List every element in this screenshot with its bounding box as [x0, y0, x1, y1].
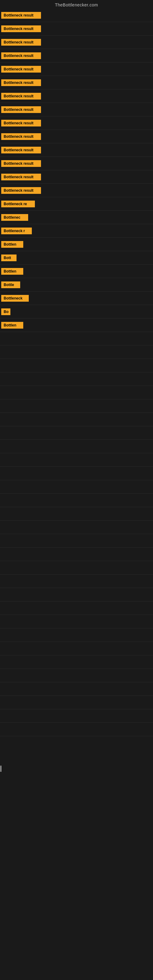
empty-row	[0, 615, 153, 628]
bottleneck-result-bar[interactable]: Bottleneck result	[1, 147, 41, 153]
list-item: Bo	[0, 305, 153, 318]
page-container: TheBottlenecker.com Bottleneck resultBot…	[0, 0, 153, 736]
bottleneck-result-bar[interactable]: Bott	[1, 255, 16, 261]
list-item: Bottlenec	[0, 211, 153, 224]
empty-row	[0, 520, 153, 534]
empty-row	[0, 359, 153, 372]
bottleneck-result-bar[interactable]: Bottleneck result	[1, 106, 41, 113]
bottleneck-result-bar[interactable]: Bottleneck result	[1, 25, 41, 32]
empty-row	[0, 453, 153, 467]
bottleneck-result-bar[interactable]: Bottleneck result	[1, 120, 41, 126]
list-item: Bottleneck r	[0, 224, 153, 238]
empty-row	[0, 507, 153, 520]
bottleneck-result-bar[interactable]: Bottleneck result	[1, 12, 41, 19]
bottleneck-result-bar[interactable]: Bottleneck result	[1, 133, 41, 140]
list-item: Bottleneck result	[0, 143, 153, 157]
empty-row	[0, 561, 153, 574]
bottleneck-result-bar[interactable]: Bottlen	[1, 322, 23, 329]
empty-row	[0, 628, 153, 642]
cursor-line	[1, 766, 1, 772]
bottleneck-result-bar[interactable]: Bo	[1, 309, 10, 315]
list-item: Bottleneck result	[0, 9, 153, 22]
empty-row	[0, 345, 153, 359]
list-item: Bottleneck result	[0, 157, 153, 170]
list-item: Bott	[0, 251, 153, 265]
list-item: Bottleneck result	[0, 49, 153, 62]
empty-row	[0, 467, 153, 480]
list-item: Bottleneck result	[0, 62, 153, 76]
empty-row	[0, 588, 153, 601]
empty-row	[0, 413, 153, 426]
bottleneck-result-bar[interactable]: Bottle	[1, 282, 20, 288]
empty-row	[0, 372, 153, 386]
bottleneck-result-bar[interactable]: Bottleneck r	[1, 228, 32, 234]
bottleneck-result-bar[interactable]: Bottlen	[1, 268, 23, 275]
empty-row	[0, 682, 153, 696]
list-item: Bottleneck	[0, 291, 153, 305]
list-item: Bottleneck result	[0, 35, 153, 49]
rows-container: Bottleneck resultBottleneck resultBottle…	[0, 9, 153, 736]
list-item: Bottleneck result	[0, 103, 153, 116]
empty-row	[0, 669, 153, 682]
empty-row	[0, 723, 153, 736]
bottleneck-result-bar[interactable]: Bottleneck result	[1, 93, 41, 100]
list-item: Bottleneck result	[0, 130, 153, 143]
empty-row	[0, 547, 153, 561]
list-item: Bottlen	[0, 238, 153, 251]
empty-row	[0, 642, 153, 655]
empty-row	[0, 574, 153, 588]
list-item: Bottleneck result	[0, 184, 153, 197]
empty-row	[0, 601, 153, 615]
empty-row	[0, 696, 153, 709]
list-item: Bottlen	[0, 318, 153, 332]
empty-row	[0, 426, 153, 440]
empty-row	[0, 709, 153, 723]
bottleneck-result-bar[interactable]: Bottleneck result	[1, 173, 41, 180]
bottleneck-result-bar[interactable]: Bottleneck	[1, 295, 29, 302]
bottleneck-result-bar[interactable]: Bottleneck result	[1, 52, 41, 59]
bottleneck-result-bar[interactable]: Bottleneck result	[1, 66, 41, 73]
list-item: Bottle	[0, 278, 153, 291]
bottleneck-result-bar[interactable]: Bottlen	[1, 241, 23, 248]
empty-row	[0, 386, 153, 399]
empty-row	[0, 332, 153, 345]
bottleneck-result-bar[interactable]: Bottleneck result	[1, 79, 41, 86]
empty-row	[0, 480, 153, 494]
bottleneck-result-bar[interactable]: Bottleneck result	[1, 187, 41, 194]
list-item: Bottleneck re	[0, 197, 153, 211]
bottleneck-result-bar[interactable]: Bottleneck result	[1, 39, 41, 46]
empty-row	[0, 534, 153, 547]
list-item: Bottleneck result	[0, 170, 153, 184]
site-title: TheBottlenecker.com	[0, 0, 153, 9]
empty-row	[0, 440, 153, 453]
empty-row	[0, 655, 153, 669]
bottleneck-result-bar[interactable]: Bottlenec	[1, 214, 28, 221]
list-item: Bottleneck result	[0, 116, 153, 130]
empty-row	[0, 494, 153, 507]
list-item: Bottlen	[0, 265, 153, 278]
list-item: Bottleneck result	[0, 76, 153, 89]
list-item: Bottleneck result	[0, 89, 153, 103]
empty-row	[0, 399, 153, 413]
bottleneck-result-bar[interactable]: Bottleneck result	[1, 160, 41, 167]
bottleneck-result-bar[interactable]: Bottleneck re	[1, 200, 35, 207]
list-item: Bottleneck result	[0, 22, 153, 35]
